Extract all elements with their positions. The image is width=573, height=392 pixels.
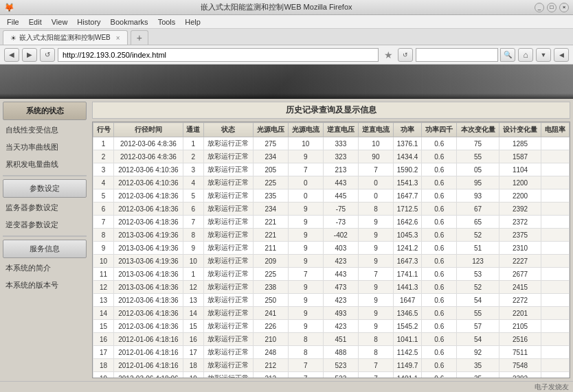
table-cell-4-6: 445 bbox=[323, 189, 358, 203]
table-cell-9-10: 123 bbox=[457, 255, 499, 268]
table-cell-18-12 bbox=[541, 372, 570, 379]
sidebar-link-cumulative[interactable]: 累积发电量曲线 bbox=[3, 157, 87, 172]
table-cell-14-5: 9 bbox=[288, 320, 323, 333]
back-button[interactable]: ◀ bbox=[4, 48, 19, 62]
reload-button[interactable]: ↺ bbox=[40, 48, 55, 62]
table-cell-10-0: 11 bbox=[93, 268, 114, 281]
refresh-icon[interactable]: ↺ bbox=[398, 48, 413, 62]
table-cell-4-8: 1647.7 bbox=[393, 189, 421, 203]
table-cell-13-4: 241 bbox=[253, 307, 288, 320]
table-cell-10-9: 0.6 bbox=[422, 268, 457, 281]
table-cell-14-2: 15 bbox=[183, 320, 203, 333]
table-cell-6-10: 65 bbox=[457, 216, 499, 229]
table-cell-14-6: 423 bbox=[323, 320, 358, 333]
window-title: 嵌入式太阳能监测和控制WEB Mozilla Firefox bbox=[19, 2, 535, 12]
table-cell-17-4: 212 bbox=[253, 359, 288, 372]
table-cell-7-7: 9 bbox=[358, 229, 393, 242]
table-cell-10-8: 1741.1 bbox=[393, 268, 421, 281]
col-header-current2: 逆直电流 bbox=[358, 123, 393, 137]
sidebar-link-version[interactable]: 本系统的版本号 bbox=[3, 277, 87, 293]
sidebar-link-server-params[interactable]: 监务器参数设定 bbox=[3, 200, 87, 216]
window-controls: _ □ × bbox=[535, 3, 569, 12]
bookmark-menu-button[interactable]: ▼ bbox=[536, 48, 551, 62]
table-cell-7-3: 放彩运行正常 bbox=[203, 229, 253, 242]
table-cell-11-7: 9 bbox=[358, 281, 393, 294]
bookmark-star-icon[interactable]: ★ bbox=[381, 48, 395, 62]
table-cell-13-12 bbox=[541, 307, 570, 320]
history-back-button[interactable]: ◀ bbox=[554, 48, 569, 62]
table-row: 102013-03-06 4:19:3610放彩运行正常209942391647… bbox=[93, 255, 570, 268]
tab-close-icon[interactable]: × bbox=[116, 34, 120, 42]
table-cell-11-6: 473 bbox=[323, 281, 358, 294]
table-header-row: 行号 行径时间 通道 状态 光源电压 光源电流 逆直电压 逆直电流 功率 功率四… bbox=[93, 123, 570, 137]
table-cell-12-3: 放彩运行正常 bbox=[203, 294, 253, 307]
table-title: 历史记录查询及显示信息 bbox=[92, 102, 570, 119]
table-cell-7-5: 9 bbox=[288, 229, 323, 242]
tab-bar: ☀ 嵌入式太阳能监测和控制WEB × + bbox=[0, 29, 573, 45]
table-cell-11-8: 1441.3 bbox=[393, 281, 421, 294]
table-cell-15-3: 放彩运行正常 bbox=[203, 333, 253, 346]
menu-help[interactable]: Help bbox=[181, 16, 205, 27]
col-header-power: 功率 bbox=[393, 123, 421, 137]
table-cell-3-1: 2012-03-06 4:10:36 bbox=[114, 176, 183, 189]
sidebar-btn-status[interactable]: 系统的状态 bbox=[3, 102, 87, 120]
table-cell-13-7: 9 bbox=[358, 307, 393, 320]
menu-view[interactable]: View bbox=[47, 16, 72, 27]
table-cell-3-0: 4 bbox=[93, 176, 114, 189]
table-cell-18-0: 19 bbox=[93, 372, 114, 379]
table-cell-2-12 bbox=[541, 163, 570, 176]
table-cell-1-9: 0.6 bbox=[422, 150, 457, 163]
sidebar-link-inverter-params[interactable]: 逆变器参数设定 bbox=[3, 217, 87, 233]
maximize-button[interactable]: □ bbox=[547, 3, 557, 12]
sidebar-link-inverter[interactable]: 自线性变受信息 bbox=[3, 122, 87, 138]
forward-button[interactable]: ▶ bbox=[22, 48, 37, 62]
table-cell-7-1: 2013-03-06 4:19:36 bbox=[114, 229, 183, 242]
table-cell-0-4: 275 bbox=[253, 137, 288, 150]
table-row: 112013-03-06 4:18:361放彩运行正常225744371741.… bbox=[93, 268, 570, 281]
data-table: 行号 行径时间 通道 状态 光源电压 光源电流 逆直电压 逆直电流 功率 功率四… bbox=[93, 122, 570, 378]
search-input[interactable] bbox=[416, 48, 498, 62]
table-cell-15-12 bbox=[541, 333, 570, 346]
table-cell-12-0: 13 bbox=[93, 294, 114, 307]
minimize-button[interactable]: _ bbox=[535, 3, 544, 12]
table-cell-12-4: 250 bbox=[253, 294, 288, 307]
table-cell-9-1: 2013-03-06 4:19:36 bbox=[114, 255, 183, 268]
active-tab[interactable]: ☀ 嵌入式太阳能监测和控制WEB × bbox=[3, 30, 128, 45]
table-cell-0-10: 75 bbox=[457, 137, 499, 150]
search-icon[interactable]: 🔍 bbox=[500, 48, 515, 62]
table-cell-11-10: 52 bbox=[457, 281, 499, 294]
close-button[interactable]: × bbox=[559, 3, 569, 12]
table-cell-18-6: 523 bbox=[323, 372, 358, 379]
table-cell-3-8: 1541.3 bbox=[393, 176, 421, 189]
data-table-wrapper[interactable]: 行号 行径时间 通道 状态 光源电压 光源电流 逆直电压 逆直电流 功率 功率四… bbox=[92, 122, 570, 378]
table-cell-4-4: 235 bbox=[253, 189, 288, 203]
nav-bar: ◀ ▶ ↺ ★ ↺ 🔍 ⌂ ▼ ◀ bbox=[0, 45, 573, 65]
table-row: 162012-01-06 4:18:1616放彩运行正常210845181041… bbox=[93, 333, 570, 346]
menu-file[interactable]: File bbox=[3, 16, 23, 27]
table-row: 12012-03-06 4:8:361放彩运行正常27510333101376.… bbox=[93, 137, 570, 150]
table-cell-0-2: 1 bbox=[183, 137, 203, 150]
menu-tools[interactable]: Tools bbox=[154, 16, 180, 27]
table-cell-6-5: 9 bbox=[288, 216, 323, 229]
table-cell-10-2: 1 bbox=[183, 268, 203, 281]
col-header-resistance: 电阻率 bbox=[541, 123, 570, 137]
menu-history[interactable]: History bbox=[73, 16, 104, 27]
table-cell-10-4: 225 bbox=[253, 268, 288, 281]
tab-label: 嵌入式太阳能监测和控制WEB bbox=[19, 33, 111, 43]
new-tab-button[interactable]: + bbox=[131, 30, 148, 45]
table-cell-13-5: 9 bbox=[288, 307, 323, 320]
sidebar-link-intro[interactable]: 本系统的简介 bbox=[3, 260, 87, 276]
home-button[interactable]: ⌂ bbox=[518, 48, 533, 62]
table-cell-10-12 bbox=[541, 268, 570, 281]
sidebar-btn-service[interactable]: 服务信息 bbox=[3, 240, 87, 258]
table-cell-5-11: 2392 bbox=[499, 203, 541, 216]
table-cell-0-6: 333 bbox=[323, 137, 358, 150]
address-bar[interactable] bbox=[58, 48, 379, 62]
menu-bookmarks[interactable]: Bookmarks bbox=[106, 16, 153, 27]
table-cell-1-4: 234 bbox=[253, 150, 288, 163]
table-cell-18-5: 7 bbox=[288, 372, 323, 379]
menu-edit[interactable]: Edit bbox=[25, 16, 46, 27]
sidebar-btn-params[interactable]: 参数设定 bbox=[3, 179, 87, 198]
table-cell-18-1: 2012-03-06 4:18:06 bbox=[114, 372, 183, 379]
sidebar-link-power-curve[interactable]: 当天功率曲线图 bbox=[3, 139, 87, 155]
